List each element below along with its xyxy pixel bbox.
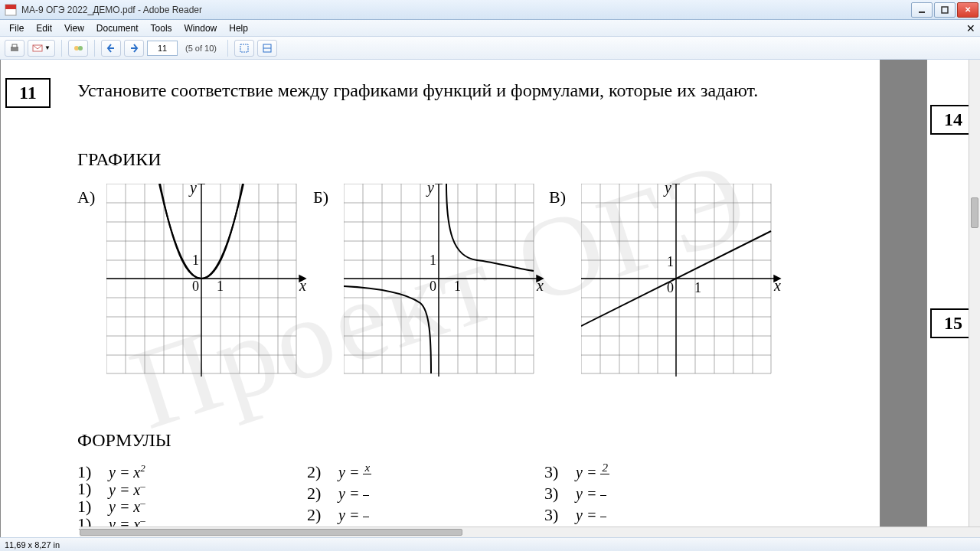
axis-zero: 0 <box>192 279 199 295</box>
graph-label-v: В) <box>549 187 566 207</box>
svg-rect-9 <box>240 44 248 52</box>
svg-rect-3 <box>942 7 948 13</box>
fit-width-button[interactable] <box>257 40 277 57</box>
formula-num-2: 2) <box>307 464 327 481</box>
close-button[interactable]: ✕ <box>957 2 978 18</box>
page-count: (5 of 10) <box>181 44 221 53</box>
axis-one-y: 1 <box>192 253 199 269</box>
svg-rect-5 <box>12 44 17 47</box>
formulas-heading: ФОРМУЛЫ <box>77 430 172 451</box>
horizontal-scrollbar[interactable] <box>80 527 980 537</box>
axis-y-label: y <box>190 179 197 197</box>
axis-one-x: 1 <box>217 279 224 295</box>
close-doc-icon[interactable]: ✕ <box>966 22 975 34</box>
menu-view[interactable]: View <box>58 21 90 35</box>
svg-rect-1 <box>5 5 16 9</box>
axis-x-label: x <box>299 277 306 295</box>
page-number-input[interactable] <box>147 41 178 56</box>
menu-tools[interactable]: Tools <box>145 21 178 35</box>
title-bar: МА-9 ОГЭ 2022_ДЕМО.pdf - Adobe Reader ✕ <box>0 0 980 20</box>
pdf-page: Проект ОГЭ 11 Установите соответствие ме… <box>0 60 880 537</box>
next-page-button[interactable] <box>124 40 144 57</box>
question-number-box: 11 <box>5 78 51 108</box>
maximize-button[interactable] <box>934 2 956 18</box>
prev-page-button[interactable] <box>101 40 121 57</box>
window-title: МА-9 ОГЭ 2022_ДЕМО.pdf - Adobe Reader <box>21 5 910 15</box>
axis-one-x: 1 <box>694 280 701 296</box>
menu-help[interactable]: Help <box>223 21 254 35</box>
graphs-heading: ГРАФИКИ <box>77 149 162 170</box>
graph-label-b: Б) <box>313 187 328 207</box>
formula-num-1: 1) <box>77 464 97 481</box>
axis-y-label: y <box>665 179 671 197</box>
email-button[interactable]: ▼ <box>28 40 55 57</box>
menu-edit[interactable]: Edit <box>30 21 58 35</box>
graph-label-a: А) <box>77 187 95 207</box>
axis-x-label: x <box>537 277 544 295</box>
vertical-scrollbar[interactable] <box>969 60 980 537</box>
collab-button[interactable] <box>68 40 88 57</box>
document-viewport[interactable]: Проект ОГЭ 11 Установите соответствие ме… <box>0 60 980 537</box>
menu-file[interactable]: File <box>3 21 30 35</box>
question-text: Установите соответствие между графиками … <box>77 78 789 103</box>
formula-num-3: 3) <box>544 464 564 481</box>
axis-one-y: 1 <box>430 253 436 269</box>
graph-v: y x 0 1 1 <box>581 184 771 373</box>
page-dimensions: 11,69 x 8,27 in <box>5 540 60 549</box>
graph-b: y x 0 1 1 <box>344 184 534 373</box>
axis-x-label: x <box>774 277 781 295</box>
axis-zero: 0 <box>667 280 674 296</box>
axis-one-x: 1 <box>454 279 461 295</box>
graph-a: y x 0 1 1 <box>106 184 296 373</box>
axis-zero: 0 <box>430 279 436 295</box>
zoom-marquee-button[interactable] <box>234 40 254 57</box>
toolbar: ▼ (5 of 10) <box>0 37 980 60</box>
vertical-scroll-thumb[interactable] <box>971 197 978 228</box>
axis-y-label: y <box>427 179 434 197</box>
status-bar: 11,69 x 8,27 in <box>0 537 980 551</box>
minimize-button[interactable] <box>911 2 933 18</box>
pdf-icon <box>5 4 17 16</box>
formulas-block: 1) y = x2 1) y = x– 1) y = x– 1) y = x– … <box>77 463 782 532</box>
menu-document[interactable]: Document <box>90 21 145 35</box>
print-button[interactable] <box>5 40 24 57</box>
menu-window[interactable]: Window <box>178 21 224 35</box>
menu-bar: File Edit View Document Tools Window Hel… <box>0 20 980 37</box>
axis-one-y: 1 <box>667 254 674 270</box>
horizontal-scroll-thumb[interactable] <box>80 529 462 536</box>
svg-point-8 <box>78 46 83 51</box>
